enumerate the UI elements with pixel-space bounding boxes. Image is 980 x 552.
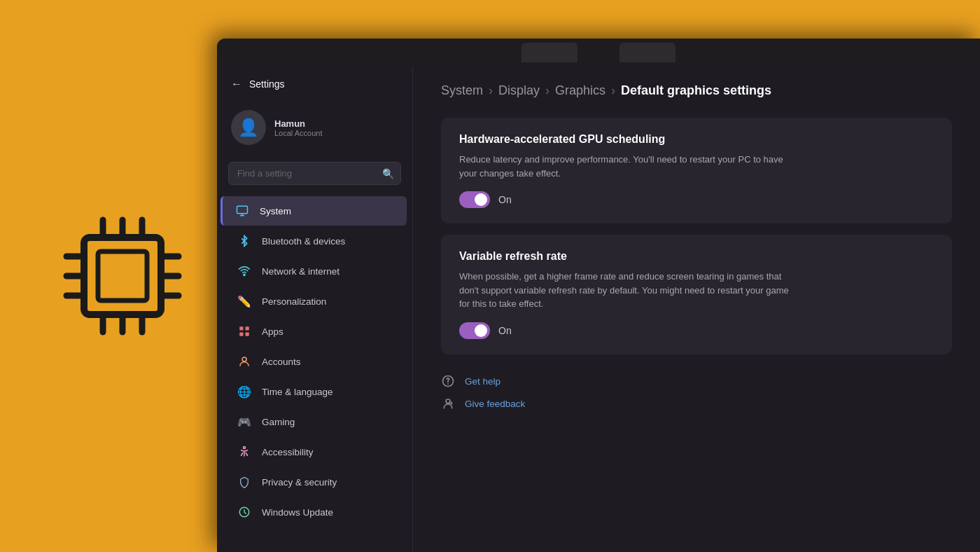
breadcrumb-sep-2: ›: [545, 83, 550, 98]
get-help-icon: [441, 374, 456, 389]
sidebar-item-accounts[interactable]: Accounts: [223, 347, 407, 376]
sidebar-item-network[interactable]: Network & internet: [223, 256, 407, 286]
avatar: 👤: [231, 110, 266, 145]
search-input[interactable]: [228, 162, 401, 185]
sidebar-item-apps[interactable]: Apps: [223, 317, 407, 346]
sidebar-item-bluetooth-label: Bluetooth & devices: [262, 236, 345, 247]
personalization-icon: ✏️: [237, 294, 252, 309]
breadcrumb-system[interactable]: System: [441, 83, 483, 98]
breadcrumb: System › Display › Graphics › Default gr…: [441, 83, 952, 98]
breadcrumb-default-graphics: Default graphics settings: [621, 83, 771, 98]
variable-refresh-card: Variable refresh rate When possible, get…: [441, 235, 952, 354]
svg-point-25: [447, 383, 449, 385]
sidebar: ← Settings 👤 Hamun Local Account 🔍: [217, 67, 413, 552]
give-feedback-label: Give feedback: [465, 399, 525, 409]
sidebar-item-update-label: Windows Update: [262, 507, 333, 518]
privacy-icon: [237, 474, 252, 490]
topbar-tab: [522, 43, 578, 62]
help-section: Get help Give feedback: [441, 374, 952, 412]
sidebar-item-personalization[interactable]: ✏️ Personalization: [223, 287, 407, 316]
sidebar-item-time-label: Time & language: [262, 387, 333, 397]
accounts-icon: [237, 354, 252, 369]
topbar-tab-2: [620, 43, 676, 62]
username: Hamun: [274, 118, 323, 129]
gpu-scheduling-desc: Reduce latency and improve performance. …: [459, 153, 795, 180]
sidebar-nav: System Bluetooth & devices Network & int…: [217, 196, 412, 527]
gpu-scheduling-toggle-row: On: [459, 191, 934, 208]
avatar-icon: 👤: [238, 118, 259, 137]
svg-rect-1: [98, 251, 147, 301]
breadcrumb-graphics[interactable]: Graphics: [555, 83, 606, 98]
sidebar-item-gaming-label: Gaming: [262, 417, 295, 427]
svg-point-26: [446, 399, 450, 403]
sidebar-item-bluetooth[interactable]: Bluetooth & devices: [223, 226, 407, 256]
gaming-icon: 🎮: [237, 414, 252, 429]
svg-rect-19: [246, 326, 249, 330]
gpu-scheduling-title: Hardware-accelerated GPU scheduling: [459, 133, 934, 146]
gpu-scheduling-card: Hardware-accelerated GPU scheduling Redu…: [441, 118, 952, 223]
accessibility-icon: [237, 444, 252, 460]
variable-refresh-title: Variable refresh rate: [459, 250, 934, 263]
back-button[interactable]: ←: [231, 78, 242, 90]
breadcrumb-sep-3: ›: [611, 83, 615, 98]
give-feedback-icon: [441, 396, 456, 412]
sidebar-item-update[interactable]: Windows Update: [223, 497, 407, 527]
variable-refresh-toggle-label: On: [498, 325, 512, 336]
sidebar-header: ← Settings: [217, 67, 412, 102]
give-feedback-link[interactable]: Give feedback: [441, 396, 952, 412]
svg-rect-21: [246, 333, 249, 336]
bluetooth-icon: [237, 233, 252, 249]
system-icon: [234, 203, 250, 219]
sidebar-item-accounts-label: Accounts: [262, 357, 301, 367]
cpu-icon-container: [35, 188, 210, 364]
laptop-topbar: [217, 39, 980, 67]
time-icon: 🌐: [237, 384, 252, 399]
user-section: 👤 Hamun Local Account: [217, 102, 412, 156]
svg-rect-14: [237, 206, 248, 214]
sidebar-title: Settings: [249, 78, 285, 90]
apps-icon: [237, 324, 252, 339]
sidebar-item-privacy-label: Privacy & security: [262, 477, 337, 488]
update-icon: [237, 504, 252, 520]
sidebar-item-privacy[interactable]: Privacy & security: [223, 467, 407, 497]
user-info: Hamun Local Account: [274, 118, 323, 137]
variable-refresh-toggle[interactable]: [459, 322, 490, 339]
sidebar-item-gaming[interactable]: 🎮 Gaming: [223, 407, 407, 436]
account-type: Local Account: [274, 129, 323, 137]
sidebar-item-system[interactable]: System: [220, 196, 407, 226]
gpu-scheduling-toggle[interactable]: [459, 191, 490, 208]
laptop-frame: ← Settings 👤 Hamun Local Account 🔍: [217, 39, 980, 552]
settings-window: ← Settings 👤 Hamun Local Account 🔍: [217, 67, 980, 552]
svg-point-23: [244, 447, 246, 449]
sidebar-item-accessibility[interactable]: Accessibility: [223, 437, 407, 467]
svg-point-17: [244, 274, 245, 275]
sidebar-item-accessibility-label: Accessibility: [262, 447, 314, 457]
get-help-link[interactable]: Get help: [441, 374, 952, 389]
sidebar-item-time[interactable]: 🌐 Time & language: [223, 377, 407, 406]
cpu-icon: [46, 199, 200, 353]
main-content: System › Display › Graphics › Default gr…: [413, 67, 980, 552]
variable-refresh-desc: When possible, get a higher frame rate a…: [459, 270, 795, 311]
variable-refresh-toggle-row: On: [459, 322, 934, 339]
breadcrumb-sep-1: ›: [489, 83, 493, 98]
svg-point-22: [242, 357, 246, 361]
breadcrumb-display[interactable]: Display: [498, 83, 540, 98]
sidebar-item-system-label: System: [260, 206, 291, 216]
sidebar-item-apps-label: Apps: [262, 326, 284, 337]
gpu-scheduling-toggle-label: On: [498, 194, 512, 205]
get-help-label: Get help: [465, 376, 500, 387]
search-box: 🔍: [228, 162, 401, 185]
svg-rect-18: [239, 326, 243, 330]
sidebar-item-personalization-label: Personalization: [262, 296, 326, 307]
svg-rect-20: [239, 333, 243, 336]
network-icon: [237, 263, 252, 279]
search-button[interactable]: 🔍: [382, 168, 394, 179]
sidebar-item-network-label: Network & internet: [262, 266, 340, 277]
